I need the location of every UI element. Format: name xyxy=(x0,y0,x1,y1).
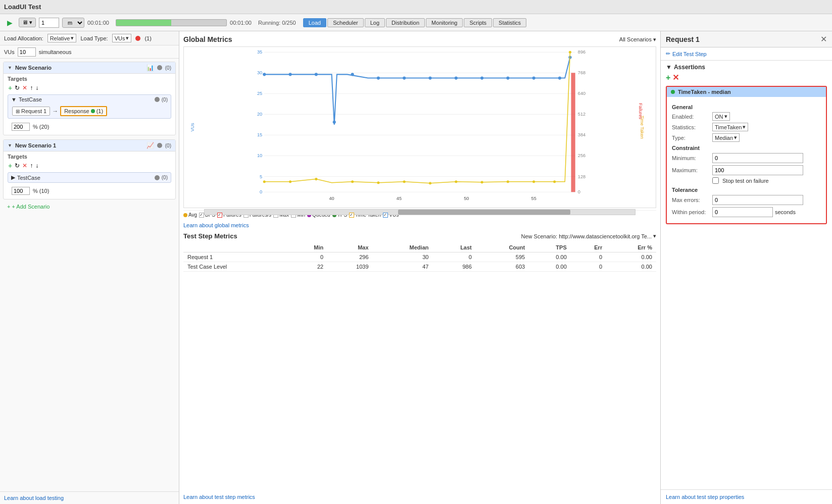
vus-input[interactable] xyxy=(18,47,36,57)
refresh-btn-2[interactable]: ↻ xyxy=(14,161,20,170)
screen-button[interactable]: 🖥 ▾ xyxy=(19,18,36,27)
scenario-header-right-2: 📈 (0) xyxy=(146,142,171,149)
collapse-icon-1[interactable]: ▼ xyxy=(8,65,12,70)
minimum-input[interactable] xyxy=(712,153,803,163)
col-name xyxy=(183,243,288,253)
chart-scrollbar[interactable] xyxy=(204,209,635,215)
plus-icon: + xyxy=(7,204,10,210)
svg-point-52 xyxy=(532,180,535,183)
pencil-icon: ✏ xyxy=(666,51,670,57)
svg-point-29 xyxy=(288,73,291,76)
learn-load-testing-link[interactable]: Learn about load testing xyxy=(0,491,179,504)
tab-log[interactable]: Log xyxy=(365,18,385,27)
tab-load[interactable]: Load xyxy=(303,18,326,27)
tab-monitoring[interactable]: Monitoring xyxy=(426,18,463,27)
app-title: LoadUI Test xyxy=(4,3,41,11)
collapse-icon-2[interactable]: ▼ xyxy=(8,143,12,148)
bar-chart-icon-2: 📈 xyxy=(146,142,154,149)
testcase-header-left-2: ▶ TestCase xyxy=(11,174,40,181)
chevron-down-icon-scenarios: ▾ xyxy=(653,36,656,43)
down-btn-1[interactable]: ↓ xyxy=(35,83,39,92)
svg-point-34 xyxy=(403,76,406,79)
all-scenarios-dropdown[interactable]: All Scenarios ▾ xyxy=(619,36,656,43)
svg-point-47 xyxy=(403,180,406,183)
up-btn-1[interactable]: ↑ xyxy=(29,83,33,92)
play-button[interactable]: ▶ xyxy=(4,18,16,28)
svg-point-36 xyxy=(455,76,458,79)
bar-chart-icon: 📊 xyxy=(146,64,154,71)
load-allocation-value: Relative xyxy=(50,35,70,41)
down-btn-2[interactable]: ↓ xyxy=(35,161,39,170)
svg-point-45 xyxy=(351,180,354,183)
legend-label-avg: Avg xyxy=(188,212,197,218)
edit-test-step-link[interactable]: ✏ Edit Test Step xyxy=(661,47,832,61)
svg-text:384: 384 xyxy=(578,132,585,137)
add-target-btn-1[interactable]: + xyxy=(8,83,13,92)
row2-err: 0 xyxy=(571,262,606,272)
legend-check-bps xyxy=(199,213,204,218)
max-errors-input[interactable] xyxy=(712,195,803,205)
row2-last: 986 xyxy=(433,262,476,272)
delete-assertion-button[interactable]: ✕ xyxy=(672,74,679,82)
time-unit-select[interactable]: m s h xyxy=(62,18,84,28)
statistics-row: Statistics: TimeTaken ▾ xyxy=(672,123,821,131)
scenario-dropdown[interactable]: New Scenario: http://www.datasciencetool… xyxy=(521,233,656,239)
svg-text:0: 0 xyxy=(260,189,262,194)
enabled-dropdown[interactable]: ON ▾ xyxy=(712,112,730,121)
statistics-dropdown[interactable]: TimeTaken ▾ xyxy=(712,123,748,131)
svg-rect-55 xyxy=(571,73,575,192)
nav-tabs: Load Scheduler Log Distribution Monitori… xyxy=(303,18,526,27)
vus-label: VUs xyxy=(4,49,15,55)
svg-text:256: 256 xyxy=(578,153,585,158)
step-request-1[interactable]: ⊞ Request 1 xyxy=(12,107,50,116)
learn-test-step-metrics-link[interactable]: Learn about test step metrics xyxy=(183,489,656,500)
tab-scheduler[interactable]: Scheduler xyxy=(327,18,364,27)
max-errors-label: Max errors: xyxy=(672,197,712,203)
delete-btn-1[interactable]: ✕ xyxy=(22,83,28,92)
percent-input-1[interactable] xyxy=(12,123,30,131)
load-allocation-dropdown[interactable]: Relative ▾ xyxy=(47,34,77,42)
within-period-input[interactable] xyxy=(712,207,773,217)
expand-icon-tc2[interactable]: ▶ xyxy=(11,174,15,181)
assertions-label-text: Assertions xyxy=(674,64,705,71)
legend-avg: Avg xyxy=(183,212,197,218)
col-max: Max xyxy=(327,243,372,253)
time-value-input[interactable] xyxy=(39,18,59,28)
close-button[interactable]: ✕ xyxy=(820,34,827,44)
legend-dot-avg xyxy=(183,213,187,217)
scenario-dot-2 xyxy=(157,143,162,148)
step-response-1[interactable]: Response (1) xyxy=(60,106,107,116)
stop-test-checkbox[interactable] xyxy=(712,177,719,184)
add-target-btn-2[interactable]: + xyxy=(8,161,13,170)
metrics-table: Min Max Median Last Count TPS Err Err % xyxy=(183,243,656,272)
svg-point-30 xyxy=(315,73,318,76)
learn-global-metrics-link[interactable]: Learn about global metrics xyxy=(183,222,656,228)
delete-btn-2[interactable]: ✕ xyxy=(22,161,28,170)
learn-test-step-properties-link[interactable]: Learn about test step properties xyxy=(661,489,832,504)
scrollbar-thumb[interactable] xyxy=(398,210,570,215)
testcase-header-left-1: ▼ TestCase xyxy=(11,96,42,103)
percent-input-2[interactable] xyxy=(12,187,30,195)
collapse-assertions-icon[interactable]: ▼ xyxy=(666,64,672,71)
up-btn-2[interactable]: ↑ xyxy=(29,161,33,170)
expand-icon-tc1[interactable]: ▼ xyxy=(11,96,17,103)
assertion-name: TimeTaken - median xyxy=(678,89,731,95)
row2-median: 47 xyxy=(373,262,433,272)
chevron-down-icon: ▾ xyxy=(71,35,74,41)
type-dropdown[interactable]: Median ▾ xyxy=(712,133,740,142)
tab-scripts[interactable]: Scripts xyxy=(464,18,492,27)
tab-statistics[interactable]: Statistics xyxy=(493,18,526,27)
svg-text:768: 768 xyxy=(578,70,585,75)
maximum-input[interactable] xyxy=(712,165,803,175)
chevron-enabled: ▾ xyxy=(724,113,727,120)
add-scenario-button[interactable]: + + Add Scenario xyxy=(7,204,172,210)
refresh-btn-1[interactable]: ↻ xyxy=(14,83,20,92)
testcase-block-2: ▶ TestCase (0) xyxy=(8,172,171,183)
add-assertion-button[interactable]: + xyxy=(666,74,670,82)
row2-tps: 0.00 xyxy=(529,262,571,272)
svg-point-40 xyxy=(558,76,561,79)
load-type-dropdown[interactable]: VUs ▾ xyxy=(112,34,132,42)
row1-count: 595 xyxy=(476,253,529,262)
tab-distribution[interactable]: Distribution xyxy=(386,18,425,27)
col-count: Count xyxy=(476,243,529,253)
